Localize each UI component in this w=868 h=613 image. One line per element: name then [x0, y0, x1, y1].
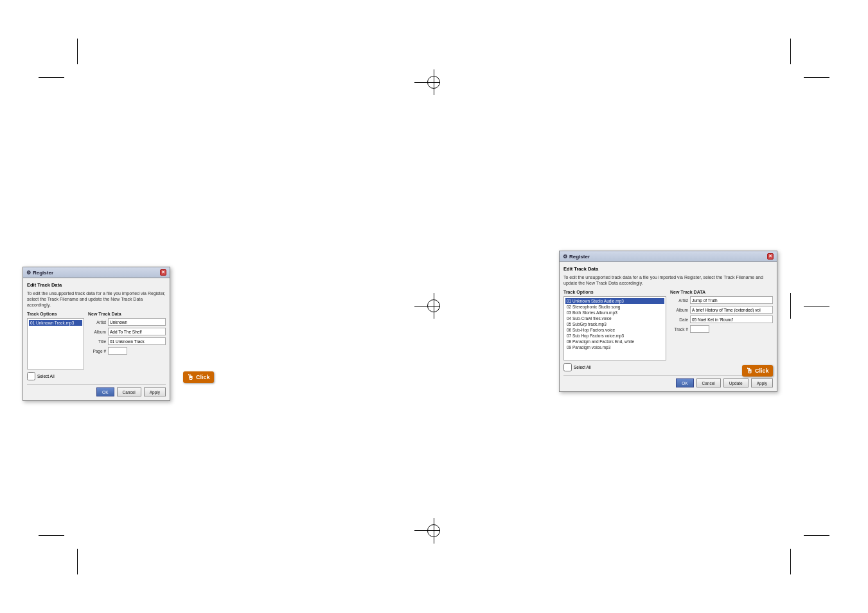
artist-row-large: Artist [670, 296, 773, 304]
crop-mark-bl-h [39, 535, 64, 536]
track-list-small[interactable]: 01 Unknown Track.mp3 [27, 318, 84, 369]
new-track-data-label-small: New Track Data [88, 312, 166, 316]
page-row-small: Page # [88, 347, 166, 355]
select-all-label-large: Select All [574, 365, 591, 369]
register-icon-small: ⚙ [26, 270, 31, 276]
title-row-small: Title [88, 337, 166, 345]
track-options-label-small: Track Options [27, 312, 84, 316]
track-list-item-large-4[interactable]: 04 Sub-Crawl files.voice [565, 315, 664, 321]
artist-input-large[interactable] [690, 296, 773, 304]
track-list-item-large-6[interactable]: 06 Sub-Hop Factors.voice [565, 327, 664, 333]
track-list-item-large-1[interactable]: 01 Unknown Studio Audio.mp3 [565, 298, 664, 304]
reg-mark-tc [427, 76, 440, 89]
artist-input-small[interactable] [108, 318, 166, 326]
crop-mark-bl-v [77, 549, 78, 574]
track-list-item-large-8[interactable]: 08 Paradigm and Factors End, white [565, 339, 664, 344]
ok-button-small[interactable]: OK [96, 387, 114, 396]
dialog-large-titlebar: ⚙ Register ✕ [560, 251, 777, 262]
dialog-small-description: To edit the unsupported track data for a… [27, 290, 166, 308]
select-all-label-small: Select All [37, 374, 55, 378]
select-all-checkbox-small[interactable] [27, 372, 35, 380]
checkbox-row-small: Select All [27, 372, 84, 380]
dialog-small-titlebar: ⚙ Register ✕ [23, 267, 170, 278]
cancel-button-small[interactable]: Cancel [117, 387, 141, 396]
click-icon-large: 🖱 [746, 367, 753, 375]
register-icon-large: ⚙ [563, 254, 567, 260]
track-list-item-small-1[interactable]: 01 Unknown Track.mp3 [29, 320, 82, 326]
dialog-small-title: Register [33, 270, 53, 276]
crop-mark-tr-h [804, 77, 829, 78]
checkbox-row-large: Select All [563, 363, 666, 371]
reg-mark-bc [427, 524, 440, 537]
track-list-large[interactable]: 01 Unknown Studio Audio.mp3 02 Stereopho… [563, 296, 666, 360]
crop-mark-br-v [790, 549, 791, 574]
dialog-large-buttons: OK Cancel Update Apply [563, 375, 773, 387]
new-track-data-label-large: New Track DATA [670, 290, 773, 294]
reg-mark-mc [427, 299, 440, 312]
track-options-label-large: Track Options [563, 290, 666, 294]
track-list-item-large-3[interactable]: 03 Both Stories Album.mp3 [565, 310, 664, 315]
dialog-small-buttons: OK Cancel Apply [27, 384, 166, 396]
track-list-item-large-5[interactable]: 05 SubGrp track.mp3 [565, 321, 664, 327]
album-row-large: Album [670, 306, 773, 314]
crop-mark-tl-h [39, 77, 64, 78]
album-label-small: Album [88, 330, 106, 334]
crop-mark-tr-v [790, 39, 791, 64]
dialog-small-window-title: Edit Track Data [27, 282, 166, 288]
click-label-small: Click [196, 374, 210, 380]
artist-label-small: Artist [88, 320, 106, 324]
date-input-large[interactable] [690, 315, 773, 323]
update-button-large[interactable]: Update [723, 378, 748, 387]
album-row-small: Album [88, 328, 166, 335]
track-list-item-large-9[interactable]: 09 Paradigm voice.mp3 [565, 344, 664, 350]
artist-label-large: Artist [670, 298, 688, 303]
date-label-large: Date [670, 317, 688, 322]
track-list-item-large-7[interactable]: 07 Sub Hop Factors voice.mp3 [565, 333, 664, 339]
album-label-large: Album [670, 308, 688, 312]
artist-row-small: Artist [88, 318, 166, 326]
apply-button-small[interactable]: Apply [144, 387, 166, 396]
album-input-small[interactable] [108, 328, 166, 335]
album-input-large[interactable] [690, 306, 773, 314]
track-row-large: Track # [670, 325, 773, 333]
click-label-large: Click [755, 368, 769, 374]
crop-mark-mr-v [790, 293, 791, 319]
dialog-large-window-title: Edit Track Data [563, 266, 773, 272]
crop-mark-tl-v [77, 39, 78, 64]
dialog-large-close[interactable]: ✕ [767, 253, 774, 260]
title-label-small: Title [88, 339, 106, 344]
page-label-small: Page # [88, 349, 106, 353]
date-row-large: Date [670, 315, 773, 323]
dialog-small: ⚙ Register ✕ Edit Track Data To edit the… [22, 267, 170, 401]
dialog-large-description: To edit the unsupported track data for a… [563, 274, 773, 286]
crop-mark-mr-h [804, 306, 829, 306]
track-input-large[interactable] [690, 325, 709, 333]
cancel-button-large[interactable]: Cancel [696, 378, 721, 387]
dialog-large-title: Register [569, 254, 590, 260]
ok-button-large[interactable]: OK [676, 378, 693, 387]
dialog-small-close[interactable]: ✕ [160, 269, 166, 276]
track-label-large: Track # [670, 327, 688, 332]
page-input-small[interactable] [108, 347, 127, 355]
apply-button-large[interactable]: Apply [751, 378, 773, 387]
title-input-small[interactable] [108, 337, 166, 345]
click-button-large[interactable]: 🖱 Click [742, 365, 773, 377]
click-icon-small: 🖱 [187, 373, 194, 381]
track-list-item-large-2[interactable]: 02 Stereophonic Studio song [565, 304, 664, 310]
click-button-small[interactable]: 🖱 Click [183, 371, 214, 383]
select-all-checkbox-large[interactable] [563, 363, 572, 371]
crop-mark-br-h [804, 535, 829, 536]
